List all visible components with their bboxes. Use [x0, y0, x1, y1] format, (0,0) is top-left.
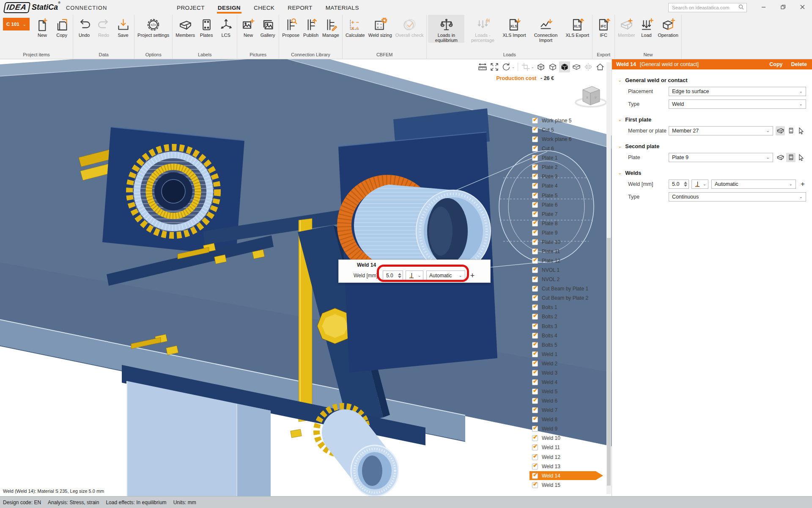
checkbox-checked[interactable] [532, 174, 538, 179]
zoom-fit-icon[interactable] [489, 61, 500, 72]
checkbox-checked[interactable] [532, 314, 538, 320]
checkbox-checked[interactable] [532, 333, 538, 339]
3d-scene-canvas[interactable] [0, 59, 612, 496]
ribbon-button-new[interactable]: New [33, 15, 52, 38]
home-view-icon[interactable] [595, 61, 606, 72]
checkbox-checked[interactable] [532, 304, 538, 310]
tree-item-bolts-2[interactable]: Bolts 2 [532, 312, 605, 321]
tab-report[interactable]: REPORT [287, 1, 313, 14]
checkbox-checked[interactable] [532, 407, 538, 413]
plate-dropdown[interactable]: Plate 9⌄ [669, 153, 773, 162]
checkbox-checked[interactable] [532, 127, 538, 133]
tree-item-work-plane-5[interactable]: Work plane 5 [532, 116, 605, 125]
tree-item-plate-1[interactable]: Plate 1 [532, 153, 605, 162]
tab-materials[interactable]: MATERIALS [325, 1, 360, 14]
checkbox-checked[interactable] [532, 155, 538, 161]
tree-item-weld-9[interactable]: Weld 9 [532, 424, 605, 433]
tree-item-plate-9[interactable]: Plate 9 [532, 228, 605, 237]
checkbox-checked[interactable] [532, 323, 538, 329]
view-wireframe-icon[interactable] [535, 61, 546, 72]
restore-button[interactable] [773, 0, 793, 14]
popup-weld-mode-dropdown[interactable]: Automatic⌄ [426, 271, 465, 281]
tree-item-plate-8[interactable]: Plate 8 [532, 219, 605, 228]
checkbox-checked[interactable] [532, 426, 538, 432]
tree-item-nvol-1[interactable]: NVOL 1 [532, 265, 605, 274]
ribbon-button-new[interactable]: New [239, 15, 258, 38]
checkbox-checked[interactable] [532, 473, 538, 479]
checkbox-checked[interactable] [532, 248, 538, 254]
weld-contact-type-dropdown[interactable]: Weld⌄ [669, 99, 806, 109]
checkbox-checked[interactable] [532, 295, 538, 301]
tree-item-weld-7[interactable]: Weld 7 [532, 406, 605, 414]
checkbox-checked[interactable] [532, 193, 538, 199]
tree-item-weld-8[interactable]: Weld 8 [532, 415, 605, 424]
tree-item-bolts-3[interactable]: Bolts 3 [532, 322, 605, 331]
pick-in-scene-cursor-icon[interactable] [797, 126, 806, 135]
ribbon-button-manage[interactable]: Manage [321, 15, 341, 38]
ribbon-button-copy[interactable]: Copy [52, 15, 71, 38]
select-plate-mode-button[interactable] [786, 153, 796, 162]
ribbon-button-xls-import[interactable]: XLSXLS Import [501, 15, 527, 38]
checkbox-checked[interactable] [532, 146, 538, 152]
tree-item-weld-6[interactable]: Weld 6 [532, 396, 605, 405]
ribbon-button-lcs[interactable]: LCS [216, 15, 236, 38]
weld-type-dropdown[interactable]: Continuous⌄ [669, 192, 806, 202]
ribbon-button-undo[interactable]: Undo [74, 15, 94, 38]
checkbox-checked[interactable] [532, 351, 538, 357]
tree-scrollbar[interactable] [606, 62, 611, 494]
checkbox-checked[interactable] [532, 379, 538, 385]
checkbox-checked[interactable] [532, 164, 538, 170]
tab-project[interactable]: PROJECT [176, 1, 206, 14]
ribbon-button-operation[interactable]: Operation [656, 15, 680, 38]
ribbon-button-propose[interactable]: Propose [280, 15, 301, 38]
checkbox-checked[interactable] [532, 267, 538, 273]
ribbon-button-xls-export[interactable]: XLSXLS Export [564, 15, 591, 38]
project-item-selector[interactable]: C 101⌄ [3, 18, 30, 30]
member-or-plate-dropdown[interactable]: Member 27⌄ [669, 126, 773, 135]
checkbox-checked[interactable] [532, 183, 538, 189]
tree-item-plate-12[interactable]: Plate 12 [532, 256, 605, 265]
checkbox-checked[interactable] [532, 361, 538, 367]
checkbox-checked[interactable] [532, 286, 538, 292]
tree-item-weld-11[interactable]: Weld 11 [532, 443, 605, 452]
navigation-cube[interactable]: X -Y [573, 81, 609, 111]
tree-item-weld-4[interactable]: Weld 4 [532, 378, 605, 387]
checkbox-checked[interactable] [532, 211, 538, 217]
spinner-arrows-icon[interactable] [684, 182, 687, 187]
checkbox-checked[interactable] [532, 136, 538, 142]
tree-item-cut-beam-by-plate-1[interactable]: Cut Beam by Plate 1 [532, 284, 605, 293]
copy-button[interactable]: Copy [769, 61, 782, 67]
section-first-plate-header[interactable]: ⌄ First plate [612, 116, 812, 123]
checkbox-checked[interactable] [532, 398, 538, 404]
checkbox-checked[interactable] [532, 444, 538, 450]
tree-item-weld-10[interactable]: Weld 10 [532, 433, 605, 442]
tree-scrollbar-thumb[interactable] [607, 238, 611, 486]
tree-item-cut-beam-by-plate-2[interactable]: Cut Beam by Plate 2 [532, 293, 605, 302]
ribbon-button-calculate[interactable]: +−×÷Calculate [344, 15, 367, 38]
minimize-button[interactable] [754, 0, 773, 14]
pick-in-scene-cursor-icon[interactable] [797, 153, 806, 162]
tree-item-weld-14[interactable]: Weld 14 [529, 471, 603, 480]
tree-item-bolts-1[interactable]: Bolts 1 [532, 303, 605, 312]
measure-icon[interactable] [477, 61, 488, 72]
ribbon-button-plates[interactable]: Plates [197, 15, 216, 38]
tree-item-bolts-4[interactable]: Bolts 4 [532, 331, 605, 340]
rotate-view-icon[interactable] [501, 61, 512, 72]
tree-item-bolts-5[interactable]: Bolts 5 [532, 340, 605, 349]
ribbon-button-project-settings[interactable]: </>Project settings [136, 15, 171, 38]
tree-item-weld-3[interactable]: Weld 3 [532, 368, 605, 377]
ribbon-button-load[interactable]: Load [636, 15, 656, 38]
placement-dropdown[interactable]: Edge to surface⌄ [669, 87, 806, 96]
tree-item-weld-1[interactable]: Weld 1 [532, 350, 605, 359]
tree-item-plate-4[interactable]: Plate 4 [532, 181, 605, 190]
3d-viewport[interactable]: ⌄⌄ Production cost - 26 € X -Y Work plan… [0, 59, 612, 496]
checkbox-checked[interactable] [532, 230, 538, 236]
ribbon-button-ifc[interactable]: IFCIFC [594, 15, 613, 38]
delete-button[interactable]: Delete [791, 61, 807, 67]
checkbox-checked[interactable] [532, 482, 538, 488]
checkbox-checked[interactable] [532, 258, 538, 264]
view-hidden-line-icon[interactable] [547, 61, 558, 72]
spinner-arrows-icon[interactable] [398, 273, 401, 278]
checkbox-checked[interactable] [532, 221, 538, 226]
tree-item-weld-13[interactable]: Weld 13 [532, 462, 605, 471]
